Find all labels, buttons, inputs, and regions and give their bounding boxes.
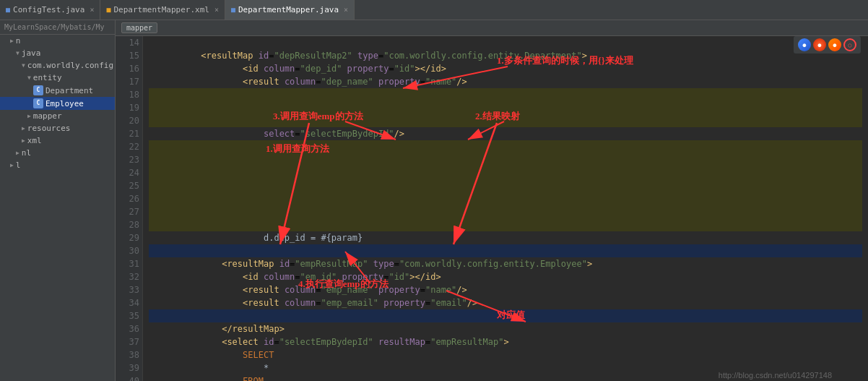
tab-dep-java[interactable]: ■ DepartmentMapper.java × [225,0,355,20]
sidebar-item-l[interactable]: ▶ l [0,159,115,171]
line-num-32: 32 [118,270,139,283]
sidebar-label-emp: Employee [45,99,84,108]
line-num-24: 24 [118,166,139,179]
line-numbers: 14 15 16 17 18 19 20 21 22 23 24 25 26 2… [116,36,143,381]
main-layout: MyLearnSpace/Mybatis/My ▶ n ▼ java ▼ com… [0,20,868,381]
collapse-icon-5: ▶ [10,162,14,168]
line-num-19: 19 [118,101,139,114]
sidebar-title: MyLearnSpace/Mybatis/My [0,20,115,35]
code-line-25: FROM [149,179,862,192]
sidebar-item-n[interactable]: ▶ n [0,35,115,47]
code-line-22: <select id="selectDepByCondition" result… [149,140,862,153]
code-line-27: WHERE [149,205,862,218]
collapse-icon-4: ▶ [16,150,19,156]
tab-dep-xml[interactable]: ■ DepartmentMapper.xml × [100,0,225,20]
xml-icon: ■ [106,6,110,14]
code-line-38: * [149,348,862,361]
firefox-icon: ● [813,38,826,51]
line-num-21: 21 [118,127,139,140]
tab-dep-java-label: DepartmentMapper.java [238,5,339,14]
collapse-icon-2: ▶ [22,125,25,132]
code-line-18: <result column="dep_status"↑ property="s… [149,88,862,101]
code-editor[interactable]: 14 15 16 17 18 19 20 21 22 23 24 25 26 2… [116,36,868,381]
line-num-22: 22 [118,140,139,153]
sidebar-item-xml[interactable]: ▶ xml [0,134,115,147]
line-num-34: 34 [118,296,139,309]
collapse-icon-3: ▶ [22,137,25,144]
sidebar-label-nl: nl [22,148,31,158]
collapse-icon: ▶ [10,38,14,44]
line-num-30: 30 [118,244,139,257]
code-line-20: select="selectEmpBydepId"/> [149,114,862,127]
tab-config[interactable]: ■ ConfigTest.java × [0,0,100,20]
breadcrumb-mapper: mapper [121,22,157,33]
watermark: http://blog.csdn.net/u014297148 [719,371,832,380]
sidebar-label-config: com.worldly.config [27,61,113,70]
expand-icon-2: ▼ [22,62,25,69]
code-line-26: t_dep d [149,192,862,205]
browser-icon-3: ● [828,38,841,51]
line-num-16: 16 [118,62,139,75]
browser-icons-panel: ● ● ● ○ [794,36,861,53]
code-line-36: <select id="selectEmpBydepId" resultMap=… [149,322,862,335]
tab-dep-xml-close[interactable]: × [214,6,219,14]
sidebar-item-employee[interactable]: C Employee [0,97,115,110]
code-line-31: <id column="em_id" property="id"></id> [149,257,862,270]
sidebar-item-mapper-folder[interactable]: ▶ mapper [0,110,115,122]
line-num-14: 14 [118,36,139,49]
editor-area: mapper 14 15 16 17 18 19 20 21 22 23 24 … [116,20,868,381]
tab-config-label: ConfigTest.java [13,5,84,14]
sidebar-label-mapper: mapper [33,111,62,121]
line-num-27: 27 [118,205,139,218]
sidebar-item-nl[interactable]: ▶ nl [0,147,115,159]
code-line-17: <result column="dep_addr" property="addr… [149,75,862,88]
class-icon-dept: C [33,85,43,95]
sidebar-item-java[interactable]: ▼ java [0,47,115,59]
sidebar-label-dept: Department [45,86,93,95]
line-num-25: 25 [118,179,139,192]
code-line-37: SELECT [149,335,862,348]
sidebar-label-java: java [22,48,41,58]
sidebar-item-config[interactable]: ▼ com.worldly.config [0,59,115,72]
code-content: <resultMap id="depResultMap2" type="com.… [143,36,868,381]
code-line-34: <result column="emp_tel" property="tel"/… [149,296,862,309]
sidebar-label-n: n [16,36,21,46]
tab-bar: ■ ConfigTest.java × ■ DepartmentMapper.x… [0,0,868,20]
tab-dep-java-close[interactable]: × [344,6,348,14]
sidebar-label-xml-folder: xml [27,136,42,145]
sidebar-label-resources: resources [27,124,71,133]
code-line-30: <resultMap id="empResultMap" type="com.w… [149,244,862,257]
line-num-37: 37 [118,335,139,348]
line-num-17: 17 [118,75,139,88]
line-num-40: 40 [118,374,139,381]
code-line-19: <collection column="{depId=dep_id,status… [149,101,862,114]
sidebar-item-entity[interactable]: ▼ entity [0,72,115,84]
line-num-39: 39 [118,361,139,374]
code-line-15: <id column="dep_id" property="id"></id> [149,49,862,62]
sidebar-item-resources[interactable]: ▶ resources [0,122,115,134]
code-line-33: <result column="emp_email" property="ema… [149,283,862,296]
sidebar: MyLearnSpace/Mybatis/My ▶ n ▼ java ▼ com… [0,20,116,381]
code-line-16: <result column="dep_name" property="name… [149,62,862,75]
line-num-36: 36 [118,322,139,335]
sidebar-label-entity: entity [33,73,62,82]
line-num-28: 28 [118,218,139,231]
code-line-24: * [149,166,862,179]
code-line-35: </resultMap> [149,309,862,322]
code-line-23: SELECT [149,153,862,166]
code-line-21: </resultMap> [149,127,862,140]
line-num-29: 29 [118,231,139,244]
class-icon-emp: C [33,98,43,108]
line-num-33: 33 [118,283,139,296]
tab-config-close[interactable]: × [90,6,94,14]
editor-toolbar: mapper [116,20,868,36]
code-line-29: </select> [149,231,862,244]
expand-icon: ▼ [16,50,19,56]
code-line-28: d.dep_id = #{param} [149,218,862,231]
line-num-31: 31 [118,257,139,270]
tab-dep-xml-label: DepartmentMapper.xml [113,5,209,14]
expand-icon-4: ▶ [27,113,31,119]
expand-icon-3: ▼ [27,74,31,81]
sidebar-item-department[interactable]: C Department [0,84,115,97]
code-line-14: <resultMap id="depResultMap2" type="com.… [149,36,862,49]
